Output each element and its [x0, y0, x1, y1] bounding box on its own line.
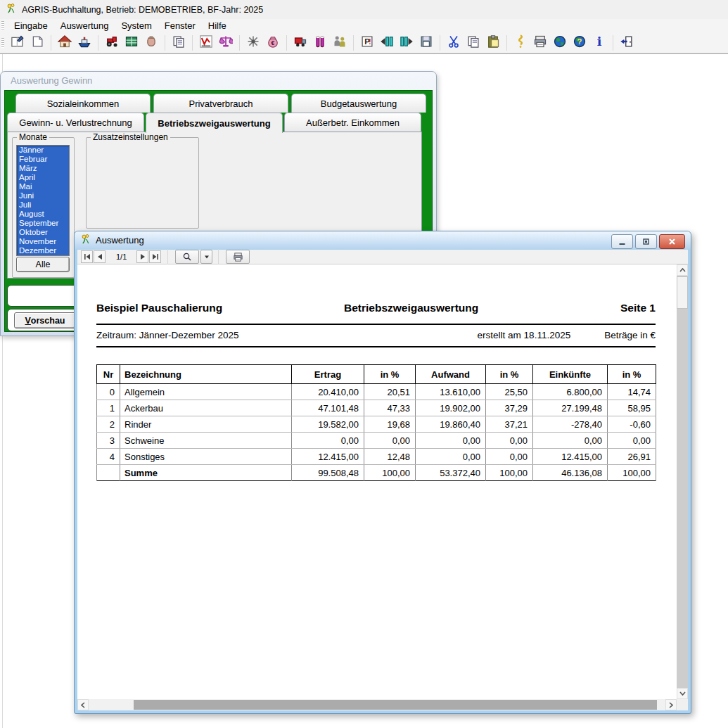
- toolbar-button-house[interactable]: [56, 34, 74, 52]
- month-item-juli[interactable]: Juli: [17, 200, 69, 210]
- toolbar-button-help-ribbon[interactable]: [511, 34, 530, 52]
- cell: 19,68: [364, 416, 416, 433]
- month-item-oktober[interactable]: Oktober: [17, 228, 69, 237]
- month-item-jänner[interactable]: Jänner: [17, 146, 69, 155]
- tab-sozialeinkommen[interactable]: Sozialeinkommen: [15, 94, 151, 113]
- header-rule: [96, 324, 656, 325]
- toolbar-grip[interactable]: [1, 38, 4, 48]
- horizontal-scrollbar[interactable]: [77, 699, 677, 710]
- report-period: Zeitraum: Jänner-Dezember 2025: [96, 330, 239, 340]
- tab-betriebszweigauswertung[interactable]: Betriebszweigauswertung: [146, 113, 283, 133]
- toolbar-button-money-bag[interactable]: €: [264, 34, 282, 52]
- menu-item-hilfe[interactable]: Hilfe: [202, 20, 233, 32]
- zoom-button[interactable]: [175, 250, 199, 264]
- report-title-left: Beispiel Pauschalierung: [96, 302, 222, 314]
- toolbar-button-copy-pages[interactable]: [170, 34, 188, 52]
- sprayer-icon: [246, 34, 260, 51]
- alle-button[interactable]: Alle: [16, 257, 70, 272]
- toolbar-button-journal[interactable]: [8, 34, 27, 52]
- vertical-scrollbar[interactable]: [677, 264, 688, 699]
- horizontal-scroll-thumb[interactable]: [134, 700, 657, 710]
- column-header-in-5: in %: [486, 365, 533, 384]
- toolbar-button-ship[interactable]: [75, 34, 94, 52]
- toolbar-button-save[interactable]: [417, 34, 435, 52]
- toolbar-button-globe[interactable]: [551, 34, 569, 52]
- month-item-märz[interactable]: März: [17, 164, 69, 173]
- last-page-button[interactable]: [149, 250, 161, 263]
- toolbar-button-columns-next[interactable]: [397, 34, 416, 52]
- toolbar-button-sprayer[interactable]: [244, 34, 262, 52]
- menu-item-eingabe[interactable]: Eingabe: [8, 20, 54, 32]
- scroll-left-button[interactable]: [77, 699, 89, 710]
- month-item-juni[interactable]: Juni: [17, 191, 69, 200]
- prev-page-button[interactable]: [94, 250, 106, 263]
- toolbar-button-test-tubes[interactable]: [311, 34, 329, 52]
- toolbar-button-persons[interactable]: [331, 34, 349, 52]
- toolbar-button-print[interactable]: [531, 34, 549, 52]
- toolbar-button-paste[interactable]: [484, 34, 502, 52]
- monate-groupbox: Monate JännerFebruarMärzAprilMaiJuniJuli…: [12, 137, 75, 278]
- month-item-mai[interactable]: Mai: [17, 182, 69, 191]
- toolbar-button-scale[interactable]: [217, 34, 235, 52]
- scroll-right-button[interactable]: [665, 699, 677, 710]
- month-item-april[interactable]: April: [17, 173, 69, 182]
- scroll-up-button[interactable]: [677, 264, 688, 276]
- print-button[interactable]: [226, 250, 250, 264]
- ship-icon: [77, 34, 91, 51]
- toolbar-button-sack[interactable]: [142, 34, 160, 52]
- cell: Allgemein: [120, 384, 292, 400]
- app-icon: [6, 3, 17, 16]
- toolbar-button-cut[interactable]: [445, 34, 463, 52]
- tab-gewinn-u-verlustrechnung[interactable]: Gewinn- u. Verlustrechnung: [7, 113, 144, 132]
- cell: 0,00: [292, 433, 364, 449]
- cell: 13.610,00: [416, 384, 486, 400]
- toolbar-button-info[interactable]: i: [590, 34, 608, 52]
- toolbar-button-exit[interactable]: [618, 34, 636, 52]
- toolbar-button-accounts-table[interactable]: [122, 34, 141, 52]
- table-row: 2Rinder19.582,0019,6819.860,4037,21-278,…: [97, 416, 656, 433]
- toolbar-button-globe-help[interactable]: ?: [570, 34, 589, 52]
- first-page-button[interactable]: [81, 250, 93, 263]
- tab-budgetauswertung[interactable]: Budgetauswertung: [291, 94, 426, 113]
- menu-item-auswertung[interactable]: Auswertung: [54, 20, 115, 32]
- month-item-september[interactable]: September: [17, 219, 69, 228]
- menu-item-system[interactable]: System: [115, 20, 158, 32]
- gewinn-window-titlebar[interactable]: Auswertung Gewinn: [1, 72, 436, 89]
- tab-privatverbrauch[interactable]: Privatverbrauch: [153, 94, 288, 113]
- vertical-scroll-thumb[interactable]: [677, 276, 688, 309]
- column-header-bezeichnung-1: Bezeichnung: [120, 365, 292, 384]
- toolbar-button-price-curve[interactable]: [197, 34, 215, 52]
- toolbar-separator: [440, 35, 440, 51]
- toolbar-separator: [192, 35, 193, 51]
- sack-icon: [144, 34, 158, 51]
- cell: 0,00: [486, 449, 533, 465]
- month-item-februar[interactable]: Februar: [17, 155, 69, 164]
- auswertung-report-window: Auswertung 1/1: [74, 231, 691, 714]
- toolbar-button-feed-cart[interactable]: [291, 34, 309, 52]
- next-page-button[interactable]: [136, 250, 148, 263]
- report-client-area: Beispiel Pauschalierung Betriebszweigaus…: [77, 264, 688, 710]
- month-item-dezember[interactable]: Dezember: [17, 246, 69, 255]
- month-item-november[interactable]: November: [17, 237, 69, 246]
- scroll-down-button[interactable]: [677, 688, 688, 699]
- month-item-august[interactable]: August: [17, 210, 69, 219]
- restore-button[interactable]: [635, 234, 657, 249]
- vorschau-button[interactable]: Vorschau: [14, 312, 76, 328]
- months-listbox[interactable]: JännerFebruarMärzAprilMaiJuniJuliAugustS…: [16, 145, 70, 256]
- column-header-in-7: in %: [608, 365, 656, 384]
- minimize-button[interactable]: [611, 234, 633, 249]
- cell: 37,29: [486, 400, 533, 416]
- close-button[interactable]: [659, 234, 685, 249]
- zoom-dropdown-button[interactable]: [200, 250, 212, 264]
- report-window-titlebar[interactable]: Auswertung: [75, 231, 691, 249]
- toolbar-button-parcel-sign[interactable]: P!: [358, 34, 376, 52]
- toolbar-button-tractor[interactable]: [103, 34, 121, 52]
- menu-item-fenster[interactable]: Fenster: [158, 20, 202, 32]
- money-bag-icon: €: [266, 34, 280, 51]
- toolbar-button-copy[interactable]: [464, 34, 483, 52]
- toolbar-button-columns-prev[interactable]: [378, 34, 396, 52]
- menubar-grip[interactable]: [1, 21, 4, 31]
- svg-text:€: €: [272, 39, 275, 46]
- tab-außerbetr-einkommen[interactable]: Außerbetr. Einkommen: [284, 113, 421, 132]
- toolbar-button-document[interactable]: [28, 34, 46, 52]
